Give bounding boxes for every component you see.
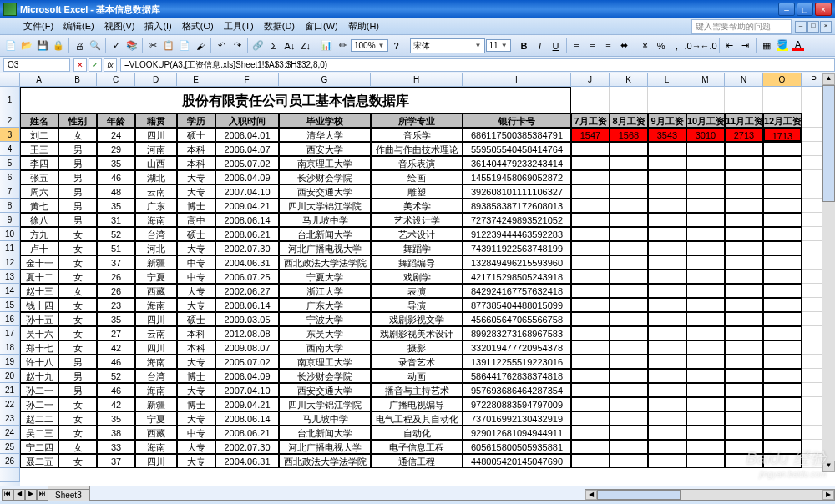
col-header-G[interactable]: G bbox=[279, 73, 371, 86]
align-right-button[interactable]: ≡ bbox=[601, 38, 616, 53]
increase-decimal-button[interactable]: .0→ bbox=[686, 38, 701, 53]
data-cell[interactable]: 2008.06.21 bbox=[215, 426, 279, 440]
data-cell[interactable] bbox=[763, 184, 802, 199]
data-cell[interactable] bbox=[610, 426, 648, 440]
data-cell[interactable]: 2002.06.27 bbox=[215, 284, 279, 298]
data-cell[interactable]: 1568 bbox=[610, 128, 648, 142]
data-cell[interactable]: 新疆 bbox=[135, 255, 177, 270]
fill-color-button[interactable]: 🪣 bbox=[775, 38, 790, 53]
data-cell[interactable]: 海南 bbox=[135, 383, 177, 397]
data-cell[interactable] bbox=[610, 397, 648, 411]
data-cell[interactable]: 2008.06.21 bbox=[215, 227, 279, 241]
data-cell[interactable]: 31 bbox=[97, 213, 135, 227]
data-cell[interactable]: 女 bbox=[58, 270, 97, 284]
data-cell[interactable] bbox=[763, 340, 802, 355]
data-cell[interactable] bbox=[571, 454, 610, 468]
data-cell[interactable] bbox=[648, 142, 686, 156]
scroll-left-button[interactable]: ◀ bbox=[585, 490, 597, 500]
menu-窗口(W)[interactable]: 窗口(W) bbox=[300, 19, 343, 33]
menu-文件(F)[interactable]: 文件(F) bbox=[18, 19, 58, 33]
data-cell[interactable]: 2006.04.07 bbox=[215, 142, 279, 156]
data-cell[interactable] bbox=[571, 199, 610, 213]
data-cell[interactable] bbox=[648, 227, 686, 241]
data-cell[interactable]: 女 bbox=[58, 340, 97, 355]
data-cell[interactable]: 52 bbox=[97, 227, 135, 241]
data-cell[interactable]: 男 bbox=[58, 156, 97, 170]
data-cell[interactable] bbox=[686, 170, 725, 184]
minimize-button[interactable]: – bbox=[778, 3, 795, 16]
data-cell[interactable]: 方九 bbox=[20, 227, 58, 241]
data-cell[interactable]: 海南 bbox=[135, 213, 177, 227]
row-header-1[interactable]: 1 bbox=[0, 87, 20, 113]
data-cell[interactable]: 台湾 bbox=[135, 227, 177, 241]
data-cell[interactable] bbox=[610, 411, 648, 426]
data-cell[interactable]: 52 bbox=[97, 369, 135, 383]
data-cell[interactable] bbox=[686, 156, 725, 170]
data-cell[interactable]: 145519458069052872 bbox=[463, 170, 571, 184]
data-cell[interactable]: 361404479233243414 bbox=[463, 156, 571, 170]
data-cell[interactable]: 台湾 bbox=[135, 369, 177, 383]
data-cell[interactable]: 西安大学 bbox=[279, 142, 371, 156]
row-header-26[interactable]: 26 bbox=[0, 454, 20, 468]
data-cell[interactable] bbox=[571, 411, 610, 426]
data-cell[interactable] bbox=[725, 213, 763, 227]
data-cell[interactable] bbox=[725, 156, 763, 170]
menu-插入(I)[interactable]: 插入(I) bbox=[139, 19, 176, 33]
row-header-4[interactable]: 4 bbox=[0, 142, 20, 156]
data-cell[interactable]: 2006.04.09 bbox=[215, 369, 279, 383]
data-cell[interactable]: 本科 bbox=[177, 156, 215, 170]
data-cell[interactable] bbox=[648, 270, 686, 284]
data-cell[interactable]: 宁夏大学 bbox=[279, 270, 371, 284]
data-cell[interactable]: 戏剧学 bbox=[371, 270, 463, 284]
tab-next-button[interactable]: ▶ bbox=[25, 489, 37, 501]
data-cell[interactable]: 本科 bbox=[177, 326, 215, 340]
data-cell[interactable]: 1713 bbox=[763, 128, 802, 142]
cell[interactable] bbox=[610, 87, 648, 113]
cancel-formula-button[interactable]: ✕ bbox=[73, 58, 87, 72]
data-cell[interactable]: 女 bbox=[58, 227, 97, 241]
data-cell[interactable] bbox=[571, 241, 610, 255]
data-cell[interactable]: 2004.06.31 bbox=[215, 255, 279, 270]
data-cell[interactable] bbox=[610, 170, 648, 184]
data-cell[interactable]: 35 bbox=[97, 156, 135, 170]
mdi-minimize[interactable]: – bbox=[795, 21, 807, 33]
data-cell[interactable] bbox=[648, 199, 686, 213]
data-cell[interactable]: 2008.06.14 bbox=[215, 213, 279, 227]
scroll-down-button[interactable]: ▼ bbox=[822, 461, 835, 472]
data-cell[interactable]: 2713 bbox=[725, 128, 763, 142]
tab-last-button[interactable]: ⏭ bbox=[37, 489, 48, 501]
data-cell[interactable] bbox=[686, 270, 725, 284]
data-cell[interactable]: 播音与主持艺术 bbox=[371, 383, 463, 397]
data-cell[interactable]: 893858387172608013 bbox=[463, 199, 571, 213]
data-cell[interactable] bbox=[610, 199, 648, 213]
data-cell[interactable] bbox=[571, 213, 610, 227]
data-cell[interactable]: 博士 bbox=[177, 199, 215, 213]
close-button[interactable]: × bbox=[815, 3, 832, 16]
data-cell[interactable]: 四川大学锦江学院 bbox=[279, 199, 371, 213]
data-cell[interactable] bbox=[686, 213, 725, 227]
data-cell[interactable]: 绘画 bbox=[371, 170, 463, 184]
mdi-restore[interactable]: □ bbox=[807, 21, 819, 33]
row-header-3[interactable]: 3 bbox=[0, 128, 20, 142]
data-cell[interactable]: 河南 bbox=[135, 142, 177, 156]
data-cell[interactable] bbox=[686, 241, 725, 255]
data-cell[interactable]: 南京理工大学 bbox=[279, 355, 371, 369]
data-cell[interactable]: 24 bbox=[97, 128, 135, 142]
data-cell[interactable] bbox=[763, 156, 802, 170]
data-cell[interactable]: 2008.06.14 bbox=[215, 411, 279, 426]
data-cell[interactable] bbox=[610, 184, 648, 199]
data-cell[interactable]: 河北 bbox=[135, 241, 177, 255]
row-header-9[interactable]: 9 bbox=[0, 213, 20, 227]
data-cell[interactable] bbox=[763, 213, 802, 227]
data-cell[interactable] bbox=[610, 355, 648, 369]
data-cell[interactable] bbox=[571, 284, 610, 298]
data-cell[interactable] bbox=[571, 184, 610, 199]
data-cell[interactable]: 2005.07.02 bbox=[215, 355, 279, 369]
data-cell[interactable] bbox=[648, 411, 686, 426]
name-box[interactable]: O3 bbox=[3, 58, 70, 72]
maximize-button[interactable]: □ bbox=[797, 3, 813, 16]
header-cell[interactable]: 7月工资 bbox=[571, 113, 610, 128]
data-cell[interactable] bbox=[725, 369, 763, 383]
save-button[interactable]: 💾 bbox=[35, 38, 50, 53]
data-cell[interactable] bbox=[686, 298, 725, 312]
